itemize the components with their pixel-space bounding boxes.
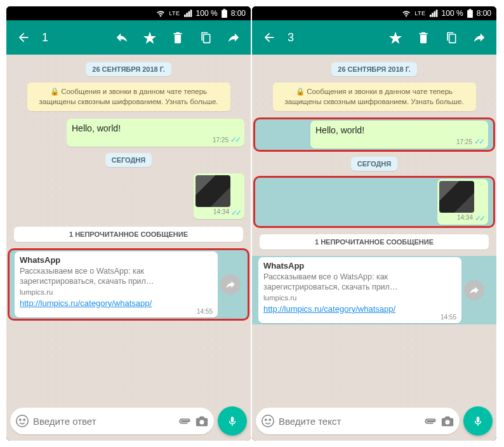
today-chip: СЕГОДНЯ bbox=[105, 153, 152, 167]
message-time: 17:25 bbox=[213, 137, 229, 143]
today-chip: СЕГОДНЯ bbox=[351, 157, 397, 171]
read-ticks-icon: ✓✓ bbox=[475, 214, 484, 223]
input-bar bbox=[6, 403, 251, 441]
selection-count: 1 bbox=[42, 31, 48, 44]
emoji-icon[interactable] bbox=[15, 414, 29, 428]
svg-rect-0 bbox=[222, 10, 227, 18]
chat-area[interactable]: 26 СЕНТЯБРЯ 2018 Г. 🔒 Сообщения и звонки… bbox=[252, 55, 496, 403]
chat-area[interactable]: 26 СЕНТЯБРЯ 2018 Г. 🔒 Сообщения и звонки… bbox=[6, 55, 251, 403]
selection-app-bar: 3 bbox=[252, 20, 496, 55]
battery-pct: 100 % bbox=[196, 9, 218, 18]
link-preview-desc: Рассказываем все о WatsApp: как зарегист… bbox=[20, 266, 213, 287]
message-input-field[interactable] bbox=[256, 408, 460, 434]
message-time: 14:55 bbox=[441, 314, 456, 321]
battery-icon bbox=[467, 9, 473, 18]
link-preview-title: WhatsApp bbox=[263, 261, 456, 270]
wifi-icon bbox=[156, 10, 165, 17]
copy-icon[interactable] bbox=[192, 24, 219, 51]
read-ticks-icon: ✓✓ bbox=[474, 137, 483, 146]
svg-point-4 bbox=[20, 419, 21, 420]
image-thumbnail[interactable] bbox=[196, 175, 230, 207]
message-input[interactable] bbox=[279, 416, 419, 427]
svg-rect-7 bbox=[468, 9, 471, 10]
star-icon[interactable] bbox=[136, 24, 163, 51]
unread-banner: 1 НЕПРОЧИТАННОЕ СООБЩЕНИЕ bbox=[260, 234, 489, 250]
forward-bubble-icon[interactable] bbox=[220, 274, 241, 295]
network-label: LTE bbox=[414, 10, 425, 17]
link-preview-domain: lumpics.ru bbox=[20, 288, 213, 296]
message-time: 14:34 bbox=[457, 214, 473, 223]
svg-point-10 bbox=[265, 419, 267, 420]
phone-left: LTE 100 % 8:00 1 bbox=[6, 6, 251, 441]
attach-icon[interactable] bbox=[177, 414, 191, 428]
svg-rect-2 bbox=[204, 34, 210, 43]
message-time: 14:55 bbox=[197, 308, 213, 315]
signal-icon bbox=[184, 10, 192, 17]
delete-icon[interactable] bbox=[164, 24, 191, 51]
svg-rect-6 bbox=[467, 10, 473, 18]
message-time: 17:25 bbox=[456, 138, 472, 145]
message-row[interactable]: Hello, world! 17:25 ✓✓ bbox=[6, 117, 251, 148]
svg-point-5 bbox=[23, 419, 25, 420]
message-row-selected[interactable]: 14:34 ✓✓ bbox=[253, 176, 495, 228]
back-icon[interactable] bbox=[10, 24, 37, 51]
message-text: Hello, world! bbox=[315, 125, 364, 135]
link-preview-desc: Рассказываем все о WatsApp: как зарегист… bbox=[263, 272, 456, 293]
message-row-selected[interactable]: WhatsApp Рассказываем все о WatsApp: как… bbox=[252, 256, 496, 324]
read-ticks-icon: ✓✓ bbox=[230, 135, 239, 144]
link-url[interactable]: http://lumpics.ru/category/whatsapp/ bbox=[20, 298, 213, 308]
unread-banner: 1 НЕПРОЧИТАННОЕ СООБЩЕНИЕ bbox=[14, 227, 243, 242]
forward-icon[interactable] bbox=[466, 24, 493, 51]
message-input[interactable] bbox=[33, 416, 173, 427]
message-text: Hello, world! bbox=[72, 123, 121, 133]
encryption-notice[interactable]: 🔒 Сообщения и звонки в данном чате тепер… bbox=[27, 83, 230, 111]
message-time: 14:34 bbox=[213, 208, 229, 217]
link-preview-title: WhatsApp bbox=[20, 255, 213, 265]
signal-icon bbox=[430, 10, 438, 17]
input-bar bbox=[252, 403, 496, 441]
svg-rect-8 bbox=[449, 34, 456, 43]
date-chip: 26 СЕНТЯБРЯ 2018 Г. bbox=[86, 62, 171, 76]
network-label: LTE bbox=[169, 10, 180, 17]
wifi-icon bbox=[402, 10, 411, 17]
forward-icon[interactable] bbox=[220, 24, 247, 51]
voice-button[interactable] bbox=[463, 406, 493, 436]
link-preview-domain: lumpics.ru bbox=[263, 294, 456, 302]
delete-icon[interactable] bbox=[410, 24, 437, 51]
clock: 8:00 bbox=[477, 9, 491, 18]
svg-point-11 bbox=[269, 419, 270, 420]
svg-point-3 bbox=[17, 415, 28, 427]
forward-bubble-icon[interactable] bbox=[464, 280, 484, 300]
read-ticks-icon: ✓✓ bbox=[231, 208, 240, 217]
svg-rect-1 bbox=[223, 9, 225, 10]
emoji-icon[interactable] bbox=[261, 414, 275, 428]
battery-icon bbox=[222, 9, 227, 18]
camera-icon[interactable] bbox=[195, 414, 209, 428]
attach-icon[interactable] bbox=[423, 414, 437, 428]
clock: 8:00 bbox=[231, 9, 246, 18]
status-bar: LTE 100 % 8:00 bbox=[252, 6, 496, 20]
battery-pct: 100 % bbox=[442, 9, 463, 18]
date-chip: 26 СЕНТЯБРЯ 2018 Г. bbox=[331, 62, 416, 76]
selection-count: 3 bbox=[288, 31, 294, 44]
svg-point-9 bbox=[262, 415, 274, 427]
message-input-field[interactable] bbox=[10, 408, 214, 434]
selection-app-bar: 1 bbox=[6, 20, 251, 55]
message-row[interactable]: 14:34 ✓✓ bbox=[6, 172, 251, 220]
message-row-selected[interactable]: WhatsApp Рассказываем все о WatsApp: как… bbox=[8, 248, 249, 321]
camera-icon[interactable] bbox=[441, 414, 454, 428]
image-thumbnail[interactable] bbox=[439, 181, 474, 213]
voice-button[interactable] bbox=[218, 406, 247, 436]
message-row-selected[interactable]: Hello, world! 17:25 ✓✓ bbox=[253, 117, 495, 152]
link-url[interactable]: http://lumpics.ru/category/whatsapp/ bbox=[263, 304, 456, 314]
status-bar: LTE 100 % 8:00 bbox=[6, 6, 251, 20]
phone-right: LTE 100 % 8:00 3 bbox=[252, 6, 496, 441]
encryption-notice[interactable]: 🔒 Сообщения и звонки в данном чате тепер… bbox=[273, 83, 476, 111]
star-icon[interactable] bbox=[382, 24, 409, 51]
copy-icon[interactable] bbox=[438, 24, 465, 51]
back-icon[interactable] bbox=[256, 24, 282, 51]
reply-icon[interactable] bbox=[109, 24, 135, 51]
